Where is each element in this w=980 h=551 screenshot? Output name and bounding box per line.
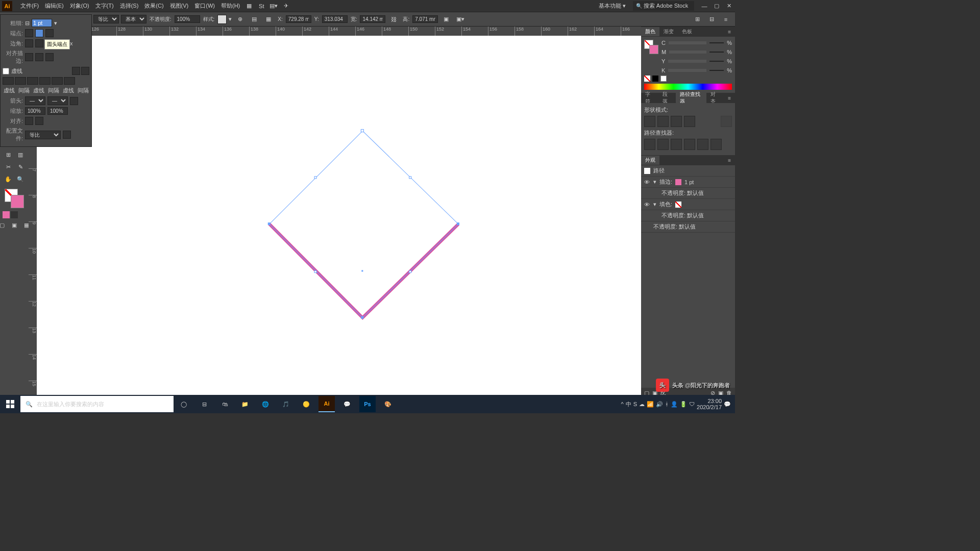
menu-编辑(E)[interactable]: 编辑(E)	[42, 2, 67, 10]
cmyk-value[interactable]	[709, 70, 724, 71]
arrow-start-select[interactable]: —	[25, 96, 45, 105]
align-inside-button[interactable]	[35, 53, 43, 61]
dash-align-button[interactable]	[81, 67, 89, 75]
volume-icon[interactable]: 🔊	[656, 401, 663, 408]
h-input[interactable]	[412, 15, 438, 23]
onedrive-icon[interactable]: ☁	[639, 401, 645, 408]
opacity-row[interactable]: 不透明度: 默认值	[662, 189, 704, 197]
visibility-icon[interactable]: 👁	[644, 202, 650, 208]
ime-icon[interactable]: 中	[626, 400, 631, 408]
white-swatch[interactable]	[660, 76, 667, 82]
gradient-tab[interactable]: 渐变	[659, 27, 678, 36]
cmyk-slider[interactable]	[668, 60, 706, 63]
none-swatch[interactable]	[644, 76, 650, 82]
diamond-shape[interactable]	[268, 130, 459, 319]
menu-文字(T)[interactable]: 文字(T)	[92, 2, 117, 10]
browser-icon[interactable]: 🌐	[257, 396, 274, 412]
arrange-icon[interactable]: ▤▾	[268, 1, 279, 11]
opacity-row[interactable]: 不透明度: 默认值	[662, 212, 704, 219]
corner-miter-button[interactable]	[25, 39, 33, 47]
corner-round-button[interactable]	[35, 39, 43, 47]
color-spectrum[interactable]	[644, 84, 732, 90]
align-icon[interactable]: ▤	[249, 14, 259, 24]
profile-select[interactable]: 等比	[93, 15, 119, 23]
paper-plane-icon[interactable]: ✈	[281, 1, 291, 11]
photoshop-icon[interactable]: Ps	[359, 396, 376, 412]
arrow-align-button[interactable]	[25, 117, 33, 125]
menu-选择(S)[interactable]: 选择(S)	[117, 2, 142, 10]
link-icon[interactable]: ⛓	[388, 14, 399, 24]
input-icon[interactable]: S	[633, 401, 637, 407]
cmyk-value[interactable]	[709, 61, 724, 62]
visibility-icon[interactable]: 👁	[644, 179, 650, 185]
stroke-weight-input[interactable]	[32, 19, 52, 27]
shape-icon[interactable]: ▣▾	[455, 14, 465, 24]
panel-menu-icon[interactable]: ≡	[724, 94, 735, 102]
outline-button[interactable]	[697, 139, 708, 150]
crop-button[interactable]	[684, 139, 695, 150]
arrow-end-select[interactable]: —	[47, 96, 68, 105]
panel-menu-icon[interactable]: ≡	[721, 14, 731, 24]
exclude-button[interactable]	[684, 116, 695, 127]
menu-窗口(W)[interactable]: 窗口(W)	[191, 2, 218, 10]
cmyk-slider[interactable]	[669, 41, 706, 44]
cap-square-button[interactable]	[45, 29, 54, 37]
arrow-align-button[interactable]	[35, 117, 43, 125]
adobe-stock-search[interactable]: 🔍 搜索 Adobe Stock	[633, 1, 694, 11]
appearance-tab[interactable]: 外观	[641, 156, 659, 165]
column-graph-tool[interactable]: ⊞	[3, 149, 14, 160]
network-icon[interactable]: 📶	[647, 401, 654, 408]
merge-button[interactable]	[671, 139, 682, 150]
menu-效果(C)[interactable]: 效果(C)	[141, 2, 166, 10]
panel-menu-icon[interactable]: ≡	[724, 28, 735, 36]
panel-menu-icon[interactable]: ≡	[724, 157, 735, 164]
zoom-tool[interactable]: 🔍	[15, 173, 26, 185]
toolbar-icon[interactable]: ▦	[244, 1, 254, 11]
style-swatch[interactable]	[217, 15, 227, 24]
shape-icon[interactable]: ▣	[441, 14, 451, 24]
cap-butt-button[interactable]	[25, 29, 33, 37]
menu-视图(V)[interactable]: 视图(V)	[167, 2, 192, 10]
stroke-profile-select[interactable]: 等比	[25, 131, 61, 139]
menu-对象(O)[interactable]: 对象(O)	[67, 2, 92, 10]
panel-stroke-swatch[interactable]	[649, 45, 658, 54]
screen-mode[interactable]: ▣	[9, 219, 20, 231]
app-icon[interactable]: 🟡	[298, 396, 314, 412]
wechat-icon[interactable]: 💬	[339, 396, 355, 412]
panel-icon[interactable]: ⊟	[706, 14, 717, 24]
store-icon[interactable]: 🛍	[216, 396, 233, 412]
tray-up-icon[interactable]: ^	[621, 401, 624, 407]
minus-front-button[interactable]	[657, 116, 669, 127]
x-input[interactable]	[286, 15, 311, 23]
taskbar-search[interactable]: 🔍在这里输入你要搜索的内容	[20, 396, 174, 412]
cmyk-slider[interactable]	[668, 69, 706, 72]
menu-文件(F)[interactable]: 文件(F)	[17, 2, 42, 10]
illustrator-taskbar-icon[interactable]: Ai	[318, 396, 335, 412]
trim-button[interactable]	[657, 139, 669, 150]
eyedropper-tool[interactable]: ✎	[15, 161, 26, 172]
cmyk-value[interactable]	[709, 52, 724, 53]
transform-icon[interactable]: ▦	[263, 14, 274, 24]
stroke-value[interactable]: 1 pt	[684, 179, 694, 185]
panel-icon[interactable]: ⊞	[692, 14, 702, 24]
screen-mode[interactable]: ▢	[0, 219, 8, 231]
maximize-button[interactable]: ▢	[710, 2, 723, 10]
task-view-icon[interactable]: ⊟	[196, 396, 212, 412]
color-mode[interactable]	[3, 211, 10, 218]
minus-back-button[interactable]	[710, 139, 722, 150]
divide-button[interactable]	[644, 139, 655, 150]
fill-color-swatch[interactable]	[675, 202, 681, 208]
menu-帮助(H)[interactable]: 帮助(H)	[218, 2, 243, 10]
w-input[interactable]	[360, 15, 385, 23]
cap-round-button[interactable]	[35, 29, 43, 37]
color-tab[interactable]: 颜色	[641, 27, 659, 36]
black-swatch[interactable]	[652, 76, 658, 82]
stroke-color[interactable]	[11, 195, 24, 208]
intersect-button[interactable]	[671, 116, 682, 127]
hand-tool[interactable]: ✋	[3, 173, 14, 185]
canvas[interactable]	[37, 36, 735, 398]
notifications-icon[interactable]: 💬	[724, 401, 731, 408]
none-mode[interactable]	[19, 211, 26, 218]
opacity-input[interactable]	[175, 15, 200, 23]
security-icon[interactable]: 🛡	[689, 401, 695, 407]
